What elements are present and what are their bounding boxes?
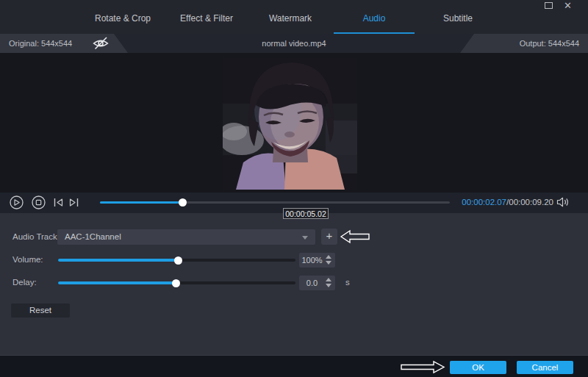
volume-slider[interactable] — [58, 259, 295, 262]
tab-bar: Rotate & Crop Effect & Filter Watermark … — [81, 10, 500, 34]
eye-off-icon[interactable] — [92, 37, 110, 50]
volume-input[interactable]: 100% — [299, 253, 335, 268]
delay-slider-thumb[interactable] — [172, 279, 180, 287]
add-audio-track-button[interactable]: + — [321, 229, 337, 245]
delay-stepper[interactable] — [326, 278, 332, 288]
audio-edit-dialog: Rotate & Crop Effect & Filter Watermark … — [0, 0, 588, 377]
delay-unit: s — [345, 278, 350, 287]
audio-track-value: AAC-1Channel — [65, 232, 121, 241]
volume-slider-thumb[interactable] — [174, 256, 182, 265]
maximize-icon[interactable] — [545, 2, 553, 9]
volume-label: Volume: — [12, 255, 43, 264]
stepper-down-icon[interactable] — [326, 284, 331, 287]
speaker-icon[interactable] — [556, 197, 569, 210]
stepper-up-icon[interactable] — [326, 278, 331, 281]
stepper-down-icon[interactable] — [326, 261, 331, 265]
previous-frame-icon[interactable] — [53, 197, 64, 211]
cursor-arrow-left — [340, 229, 370, 244]
volume-slider-fill — [58, 259, 178, 262]
close-icon[interactable]: ✕ — [564, 1, 572, 10]
header-bar: Rotate & Crop Effect & Filter Watermark … — [0, 0, 588, 34]
filename-band: normal video.mp4 — [114, 34, 474, 53]
audio-track-label: Audio Track: — [12, 232, 60, 241]
seek-slider-thumb[interactable] — [179, 198, 187, 207]
chevron-down-icon — [302, 236, 308, 240]
stepper-up-icon[interactable] — [326, 255, 331, 259]
tab-subtitle[interactable]: Subtitle — [416, 10, 500, 34]
ok-button[interactable]: OK — [450, 361, 506, 374]
delay-label: Delay: — [12, 278, 37, 287]
seek-position-tooltip: 00:00:05.02 — [283, 208, 329, 219]
video-filename: normal video.mp4 — [262, 39, 326, 48]
delay-slider-fill — [58, 281, 176, 284]
volume-value: 100% — [301, 256, 322, 265]
current-time: 00:00:02.07 — [462, 198, 506, 207]
delay-input[interactable]: 0.0 — [299, 276, 335, 290]
tab-audio[interactable]: Audio — [332, 10, 416, 34]
time-display: 00:00:02.07/00:00:09.20 — [462, 198, 553, 207]
seek-slider-fill — [100, 201, 182, 204]
cursor-arrow-right — [400, 360, 445, 374]
audio-track-select[interactable]: AAC-1Channel — [57, 229, 315, 245]
stop-icon[interactable] — [32, 195, 46, 212]
reset-button[interactable]: Reset — [11, 304, 70, 317]
next-frame-icon[interactable] — [68, 197, 79, 211]
volume-stepper[interactable] — [326, 255, 332, 265]
tab-watermark[interactable]: Watermark — [248, 10, 332, 34]
video-info-bar: normal video.mp4 Original: 544x544 Outpu… — [0, 34, 588, 53]
total-duration: 00:00:09.20 — [509, 198, 553, 207]
delay-value: 0.0 — [306, 279, 318, 287]
delay-slider[interactable] — [58, 281, 295, 284]
video-preview — [223, 58, 357, 190]
cancel-button[interactable]: Cancel — [517, 361, 573, 374]
play-icon[interactable] — [10, 195, 24, 212]
original-resolution: Original: 544x544 — [9, 34, 72, 53]
tab-effect-filter[interactable]: Effect & Filter — [165, 10, 248, 34]
output-resolution: Output: 544x544 — [520, 34, 579, 53]
seek-slider[interactable] — [100, 201, 450, 204]
tab-rotate-crop[interactable]: Rotate & Crop — [81, 10, 165, 34]
